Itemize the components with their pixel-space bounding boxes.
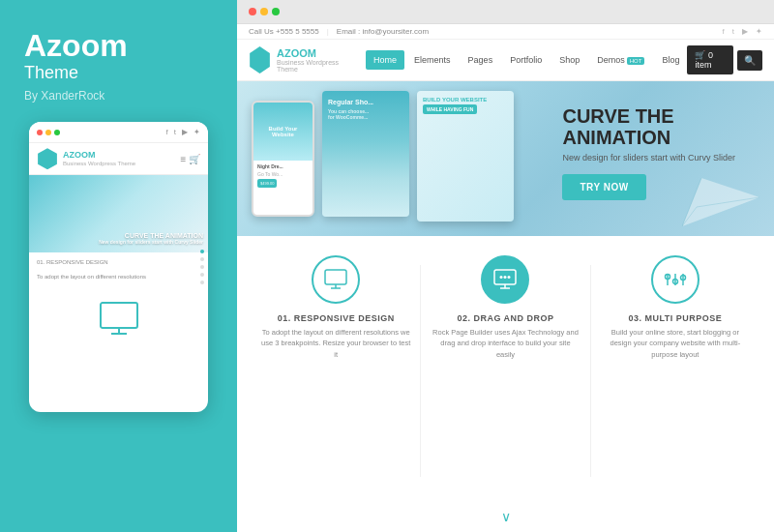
hex-logo bbox=[249, 46, 271, 74]
feature-num-2: 02. DRAG AND DROP bbox=[431, 313, 580, 323]
main-site-content: BUILD YOUR WEBSITE WHILE HAVING FUN bbox=[417, 91, 514, 120]
svg-rect-0 bbox=[101, 303, 137, 328]
site-hero: Build YourWebsite Night Dre... Go To Wo.… bbox=[237, 81, 774, 236]
mobile-top-bar: f t ▶ ✦ bbox=[29, 122, 208, 143]
scroll-dot-5 bbox=[200, 281, 204, 284]
nav-pages[interactable]: Pages bbox=[461, 50, 501, 70]
browser-chrome bbox=[237, 0, 774, 24]
mobile-logo-hex bbox=[37, 148, 58, 169]
svg-point-11 bbox=[500, 276, 503, 279]
hero-subtext: New design for sliders start with Curvy … bbox=[562, 153, 735, 163]
tablet-text: Regular Sho... You can choose... for Woo… bbox=[322, 91, 409, 128]
hero-slider-previews: Build YourWebsite Night Dre... Go To Wo.… bbox=[252, 91, 514, 222]
try-now-button[interactable]: TRY NOW bbox=[562, 174, 645, 200]
topbar-social: f t ▶ ✦ bbox=[723, 27, 762, 36]
svg-marker-3 bbox=[682, 178, 759, 226]
site-menu[interactable]: Home Elements Pages Portfolio Shop Demos… bbox=[366, 50, 687, 70]
hero-headline: CURVE THE ANIMATION bbox=[562, 105, 735, 148]
website-content: Call Us +555 5 5555 | Email : info@yours… bbox=[237, 24, 774, 532]
site-logo: AZOOM Business Wordpress Theme bbox=[249, 46, 346, 74]
topbar-social-g: ✦ bbox=[756, 27, 762, 36]
social-g: ✦ bbox=[194, 128, 200, 136]
topbar-social-t: t bbox=[732, 27, 734, 36]
phone-preview: Build YourWebsite Night Dre... Go To Wo.… bbox=[252, 101, 314, 217]
browser-dots bbox=[249, 8, 280, 15]
down-arrow-icon: ∨ bbox=[501, 509, 511, 524]
nav-portfolio[interactable]: Portfolio bbox=[502, 50, 550, 70]
social-t: t bbox=[174, 128, 176, 136]
monitor-icon-svg bbox=[99, 301, 139, 338]
mobile-bottom-icon bbox=[29, 292, 208, 350]
mobile-hero-text: CURVE THE ANIMATION New design for slide… bbox=[99, 232, 203, 245]
logo-text-group: AZOOM Business Wordpress Theme bbox=[277, 47, 346, 73]
paper-plane-decoration bbox=[682, 178, 759, 226]
feature-multipurpose: 03. MULTI PURPOSE Build your online stor… bbox=[591, 255, 759, 487]
dot-green bbox=[54, 130, 60, 135]
feature-desc-3: Build your online store, start blogging … bbox=[601, 327, 750, 360]
nav-shop[interactable]: Shop bbox=[551, 50, 587, 70]
feature-icon-drag bbox=[481, 255, 529, 304]
scroll-dot-3 bbox=[200, 265, 204, 269]
phone-content: Night Dre... Go To Wo... $499.00 bbox=[253, 161, 313, 191]
brand-by: By XanderRock bbox=[24, 89, 213, 103]
dot-red bbox=[37, 130, 43, 135]
mobile-logo-group: AZOOM Business Wordpress Theme bbox=[63, 151, 135, 166]
nav-elements[interactable]: Elements bbox=[406, 50, 459, 70]
svg-point-12 bbox=[504, 276, 507, 279]
cart-button[interactable]: 🛒 0 item bbox=[687, 45, 733, 74]
mobile-logo-bar: AZOOM Business Wordpress Theme ≡ 🛒 bbox=[29, 143, 208, 175]
social-yt: ▶ bbox=[182, 128, 188, 136]
scroll-dot-2 bbox=[200, 257, 204, 261]
nav-blog[interactable]: Blog bbox=[654, 50, 687, 70]
phone-screen: Build YourWebsite bbox=[253, 103, 313, 161]
mobile-mockup: f t ▶ ✦ AZOOM Business Wordpress Theme ≡… bbox=[29, 122, 208, 412]
nav-demos[interactable]: DemosHOT bbox=[589, 50, 652, 70]
brand-subtitle: Theme bbox=[24, 63, 213, 83]
feature-num-3: 03. MULTI PURPOSE bbox=[601, 313, 750, 323]
feature-num-1: 01. RESPONSIVE DESIGN bbox=[261, 313, 410, 323]
nav-home[interactable]: Home bbox=[366, 50, 404, 70]
left-panel: Azoom Theme By XanderRock f t ▶ ✦ AZOOM … bbox=[0, 0, 237, 532]
browser-dot-green bbox=[272, 8, 280, 15]
feature-icon-responsive bbox=[312, 255, 360, 304]
right-panel: Call Us +555 5 5555 | Email : info@yours… bbox=[237, 0, 774, 532]
nav-badge: HOT bbox=[627, 57, 645, 65]
scroll-dot-4 bbox=[200, 273, 204, 277]
feature-icon-multi bbox=[651, 255, 700, 304]
site-features: 01. RESPONSIVE DESIGN To adopt the layou… bbox=[237, 236, 774, 501]
browser-dot-red bbox=[249, 8, 256, 15]
topbar-email: Email : info@yoursiter.com bbox=[337, 27, 429, 36]
mobile-social-icons: f t ▶ ✦ bbox=[166, 128, 200, 136]
dot-yellow bbox=[45, 130, 51, 135]
site-topbar: Call Us +555 5 5555 | Email : info@yours… bbox=[237, 24, 774, 40]
monitor-feature-icon bbox=[324, 269, 347, 290]
down-arrow-wrap: ∨ bbox=[237, 501, 774, 532]
mobile-logo-subtext: Business Wordpress Theme bbox=[63, 161, 135, 166]
main-site-badge: WHILE HAVING FUN bbox=[423, 104, 477, 114]
mobile-menu-icons: ≡ 🛒 bbox=[180, 154, 200, 164]
tablet-preview: Regular Sho... You can choose... for Woo… bbox=[322, 91, 409, 217]
topbar-social-f: f bbox=[723, 27, 725, 36]
main-site-preview: BUILD YOUR WEBSITE WHILE HAVING FUN bbox=[417, 91, 514, 222]
browser-dot-yellow bbox=[260, 8, 268, 15]
monitor-icon-wrapper bbox=[99, 301, 139, 341]
sliders-feature-icon bbox=[664, 269, 687, 290]
mobile-logo-text: AZOOM bbox=[63, 151, 135, 161]
site-nav: AZOOM Business Wordpress Theme Home Elem… bbox=[237, 40, 774, 81]
topbar-social-yt: ▶ bbox=[742, 27, 748, 36]
feature-desc-1: To adopt the layout on different resolut… bbox=[261, 327, 410, 360]
feature-drag: 02. DRAG AND DROP Rock Page Builder uses… bbox=[421, 255, 589, 487]
feature-responsive: 01. RESPONSIVE DESIGN To adopt the layou… bbox=[252, 255, 420, 487]
mobile-content: 01. RESPONSIVE DESIGN To adopt the layou… bbox=[29, 252, 208, 292]
search-button[interactable]: 🔍 bbox=[737, 50, 762, 71]
feature-desc-2: Rock Page Builder uses Ajax Technology a… bbox=[431, 327, 580, 360]
social-f: f bbox=[166, 128, 168, 136]
mobile-hero: CURVE THE ANIMATION New design for slide… bbox=[29, 175, 208, 252]
topbar-call: Call Us +555 5 5555 bbox=[249, 27, 319, 36]
drag-feature-icon bbox=[493, 269, 517, 290]
brand-title: Azoom bbox=[24, 29, 213, 63]
svg-rect-5 bbox=[325, 270, 346, 284]
svg-point-13 bbox=[508, 276, 511, 279]
mobile-dots bbox=[37, 130, 60, 135]
mobile-scroll-dots bbox=[200, 250, 204, 284]
